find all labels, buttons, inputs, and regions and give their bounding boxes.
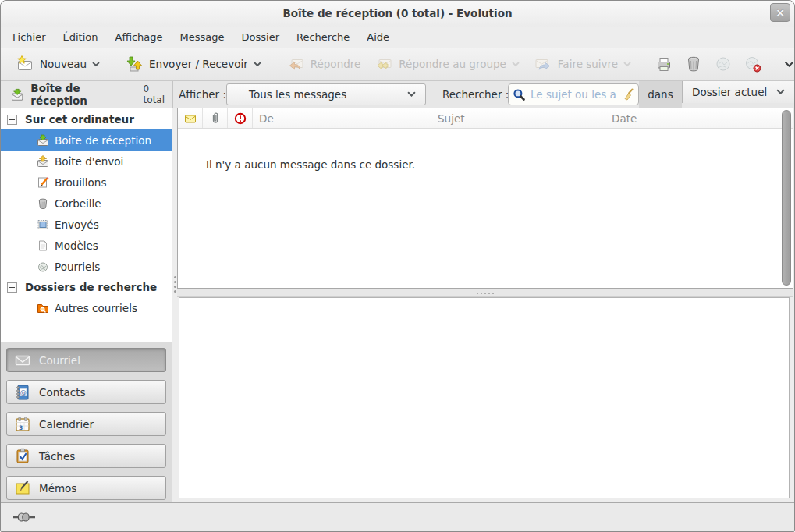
search-label: Rechercher : bbox=[442, 81, 509, 108]
folder-search-bar: Boîte de réception 0 total Afficher : To… bbox=[1, 81, 794, 108]
column-priority[interactable] bbox=[228, 108, 253, 128]
preview-pane[interactable] bbox=[179, 297, 790, 498]
inbox-icon bbox=[11, 88, 23, 101]
column-date[interactable]: Date bbox=[605, 108, 793, 128]
print-button[interactable] bbox=[649, 51, 679, 77]
send-receive-button[interactable]: Envoyer / Recevoir bbox=[118, 51, 268, 77]
switcher-contacts-button[interactable]: @ Contacts bbox=[6, 380, 166, 404]
attachment-icon bbox=[209, 112, 222, 125]
column-attachment[interactable] bbox=[203, 108, 228, 128]
search-input[interactable] bbox=[529, 87, 619, 101]
send-receive-label: Envoyer / Recevoir bbox=[149, 58, 248, 70]
reply-button-label: Répondre bbox=[311, 58, 361, 70]
svg-text:@: @ bbox=[20, 388, 27, 395]
empty-folder-message: Il n'y a aucun message dans ce dossier. bbox=[206, 158, 415, 171]
chevron-down-icon bbox=[407, 91, 416, 98]
switcher-tasks-button[interactable]: Tâches bbox=[6, 444, 166, 468]
close-button[interactable]: × bbox=[770, 3, 790, 22]
folder-label: Boîte d'envoi bbox=[55, 155, 123, 168]
folder-junk[interactable]: Pourriels bbox=[1, 256, 172, 277]
evolution-window: Boîte de réception (0 total) - Evolution… bbox=[0, 0, 795, 532]
menu-aide[interactable]: Aide bbox=[358, 27, 398, 48]
forward-button[interactable]: Faire suivre bbox=[527, 51, 638, 77]
column-subject[interactable]: Sujet bbox=[431, 108, 605, 128]
drafts-icon bbox=[37, 176, 49, 189]
junk-icon bbox=[714, 55, 733, 73]
column-subject-label: Sujet bbox=[438, 112, 464, 125]
folder-inbox[interactable]: Boîte de réception bbox=[1, 129, 172, 151]
forward-button-label: Faire suivre bbox=[558, 58, 618, 70]
titlebar[interactable]: Boîte de réception (0 total) - Evolution… bbox=[1, 1, 794, 27]
close-icon: × bbox=[775, 6, 785, 19]
folder-drafts[interactable]: Brouillons bbox=[1, 172, 172, 193]
tree-group-on-this-computer[interactable]: Sur cet ordinateur bbox=[1, 109, 172, 129]
message-list-scrollbar[interactable] bbox=[782, 110, 791, 286]
not-junk-button[interactable] bbox=[738, 51, 768, 77]
toolbar: Nouveau Envoyer / Recevoir Répondre bbox=[1, 48, 794, 81]
expander-icon[interactable] bbox=[7, 282, 17, 293]
search-folder-icon bbox=[37, 302, 49, 314]
menu-dossier[interactable]: Dossier bbox=[233, 27, 288, 48]
menu-affichage[interactable]: Affichage bbox=[106, 27, 171, 48]
switcher-memos-button[interactable]: Mémos bbox=[6, 476, 166, 500]
overflow-chevron-icon bbox=[784, 61, 794, 68]
search-icon[interactable] bbox=[513, 88, 526, 101]
switcher-label: Courriel bbox=[39, 354, 80, 367]
clear-search-icon[interactable] bbox=[622, 88, 634, 101]
sidebar-resize-handle[interactable] bbox=[174, 276, 176, 278]
tree-group-search-folders[interactable]: Dossiers de recherche bbox=[1, 277, 172, 297]
folder-label: Brouillons bbox=[55, 176, 106, 189]
folder-label: Pourriels bbox=[55, 261, 100, 273]
column-date-label: Date bbox=[612, 112, 637, 125]
folder-label: Boîte de réception bbox=[55, 134, 151, 147]
folder-other-mail[interactable]: Autres courriels bbox=[1, 297, 172, 318]
sent-icon bbox=[37, 218, 49, 231]
toolbar-overflow-button[interactable] bbox=[779, 57, 795, 72]
column-status[interactable] bbox=[178, 108, 203, 128]
delete-button[interactable] bbox=[679, 51, 708, 77]
message-filter-dropdown[interactable]: Tous les messages bbox=[226, 83, 426, 105]
new-button[interactable]: Nouveau bbox=[9, 51, 107, 77]
search-entry[interactable] bbox=[508, 83, 639, 105]
templates-icon bbox=[37, 239, 49, 252]
contacts-icon: @ bbox=[14, 384, 31, 401]
reply-group-button[interactable]: Répondre au groupe bbox=[367, 51, 527, 77]
folder-templates[interactable]: Modèles bbox=[1, 235, 172, 256]
outbox-icon bbox=[37, 155, 49, 168]
inbox-icon bbox=[37, 134, 49, 147]
switcher-calendar-button[interactable]: 3 Calendrier bbox=[6, 412, 166, 436]
switcher-mail-button[interactable]: Courriel bbox=[6, 348, 166, 372]
menu-fichier[interactable]: Fichier bbox=[4, 27, 55, 48]
menu-edition[interactable]: Édition bbox=[55, 27, 107, 48]
menu-message[interactable]: Message bbox=[172, 27, 233, 48]
menu-recherche[interactable]: Recherche bbox=[288, 27, 358, 48]
svg-text:3: 3 bbox=[19, 424, 23, 431]
online-status-icon[interactable] bbox=[13, 512, 35, 523]
mail-icon bbox=[14, 352, 31, 369]
folder-label: Corbeille bbox=[55, 197, 101, 210]
folder-label: Envoyés bbox=[55, 218, 99, 231]
scope-label: dans bbox=[639, 81, 682, 108]
window-title: Boîte de réception (0 total) - Evolution bbox=[1, 1, 794, 26]
forward-icon bbox=[534, 55, 552, 73]
folder-outbox[interactable]: Boîte d'envoi bbox=[1, 151, 172, 172]
message-list-header: De Sujet Date bbox=[178, 108, 793, 129]
column-from-label: De bbox=[259, 112, 274, 125]
pane-splitter[interactable] bbox=[177, 289, 793, 297]
search-scope-dropdown[interactable]: Dossier actuel bbox=[682, 81, 794, 103]
reply-button[interactable]: Répondre bbox=[279, 51, 368, 77]
tree-group-label: Sur cet ordinateur bbox=[25, 113, 134, 126]
junk-button[interactable] bbox=[708, 51, 738, 77]
folder-message-count: 0 total bbox=[144, 83, 172, 105]
current-folder-header: Boîte de réception 0 total bbox=[1, 81, 173, 108]
splitter-handle-dots bbox=[477, 293, 478, 294]
folder-trash[interactable]: Corbeille bbox=[1, 193, 172, 214]
chevron-down-icon bbox=[254, 62, 261, 67]
folder-sent[interactable]: Envoyés bbox=[1, 214, 172, 235]
menubar: Fichier Édition Affichage Message Dossie… bbox=[1, 27, 794, 48]
expander-icon[interactable] bbox=[7, 115, 17, 125]
status-column-icon bbox=[184, 112, 197, 125]
scrollbar-thumb[interactable] bbox=[782, 110, 791, 286]
column-from[interactable]: De bbox=[253, 108, 431, 128]
reply-group-icon bbox=[374, 55, 393, 73]
